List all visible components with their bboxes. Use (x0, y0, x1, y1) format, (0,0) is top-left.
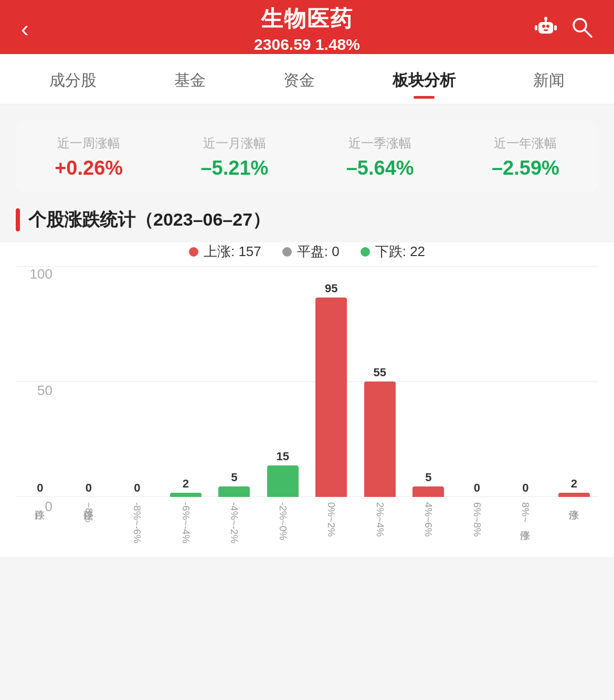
bar-value-1: 0 (86, 481, 92, 495)
x-label-11: 涨停 (550, 499, 599, 546)
tab-capital[interactable]: 资金 (278, 54, 320, 104)
legend-down-label: 下跌: 22 (375, 242, 425, 261)
header-title: 生物医药 (254, 4, 360, 34)
chart-section: 上涨: 157 平盘: 0 下跌: 22 100 50 0 (0, 242, 614, 557)
tab-news[interactable]: 新闻 (528, 54, 570, 104)
robot-icon[interactable] (534, 15, 557, 43)
svg-rect-3 (544, 29, 548, 31)
bar-value-2: 0 (134, 481, 140, 495)
stat-year: 近一年涨幅 –2.59% (492, 135, 559, 179)
stats-card: 近一周涨幅 +0.26% 近一月涨幅 –5.21% 近一季涨幅 –5.64% 近… (16, 120, 598, 192)
bar-col-0: 0 (16, 266, 65, 497)
bar-rect-4[interactable] (218, 486, 250, 497)
section-title-bar (16, 208, 20, 231)
legend-dot-down (361, 247, 370, 257)
chart-wrap: 100 50 0 000251595555002 跌停跌停~8%-8%~-6%-… (16, 266, 598, 546)
stat-year-value: –2.59% (492, 157, 559, 179)
legend-up-label: 上涨: 157 (204, 242, 261, 261)
header-icons (534, 15, 593, 43)
bar-col-2: 0 (113, 266, 162, 497)
bar-value-8: 5 (425, 471, 431, 484)
legend-dot-flat (282, 247, 292, 257)
tab-fund[interactable]: 基金 (169, 54, 211, 104)
bar-col-4: 5 (210, 266, 259, 497)
bar-rect-3[interactable] (170, 493, 202, 497)
stat-month: 近一月涨幅 –5.21% (200, 135, 268, 179)
bar-value-10: 0 (522, 481, 528, 495)
svg-rect-0 (538, 22, 553, 34)
x-label-6: 0%~2% (307, 499, 356, 546)
x-label-1: 跌停~8% (65, 499, 113, 546)
bar-col-11: 2 (550, 266, 599, 497)
tabs: 成分股 基金 资金 板块分析 新闻 (0, 54, 614, 104)
bar-rect-8[interactable] (412, 486, 444, 497)
search-icon[interactable] (570, 15, 593, 42)
header-center: 生物医药 2306.59 1.48% (254, 4, 360, 54)
bar-value-3: 2 (183, 477, 189, 491)
svg-point-5 (544, 17, 547, 20)
legend-flat-label: 平盘: 0 (297, 242, 340, 261)
tab-sector-analysis[interactable]: 板块分析 (387, 54, 461, 104)
bar-col-3: 2 (162, 266, 210, 497)
bar-value-4: 5 (231, 471, 237, 484)
x-label-5: -2%~0% (259, 499, 308, 546)
svg-rect-2 (546, 25, 549, 28)
section-title-text: 个股涨跌统计（2023–06–27） (28, 208, 270, 232)
svg-line-9 (585, 30, 591, 37)
back-button[interactable]: ‹ (21, 17, 29, 40)
bar-col-8: 5 (404, 266, 453, 497)
bar-col-7: 55 (356, 266, 405, 497)
bar-rect-7[interactable] (364, 381, 396, 497)
bar-col-6: 95 (307, 266, 356, 497)
x-label-3: -6%~-4% (162, 499, 210, 546)
bar-col-1: 0 (65, 266, 113, 497)
bar-rect-6[interactable] (315, 298, 347, 497)
bar-value-11: 2 (571, 477, 577, 491)
legend-dot-up (189, 247, 198, 257)
stat-quarter-value: –5.64% (346, 157, 414, 179)
stat-week-label: 近一周涨幅 (55, 135, 123, 152)
stat-quarter: 近一季涨幅 –5.64% (346, 135, 414, 179)
x-label-2: -8%~-6% (113, 499, 162, 546)
chart-legend: 上涨: 157 平盘: 0 下跌: 22 (16, 242, 598, 261)
bar-col-10: 0 (501, 266, 550, 497)
bar-value-0: 0 (37, 481, 43, 495)
svg-rect-7 (554, 25, 557, 30)
bar-value-9: 0 (474, 481, 480, 495)
bar-value-7: 55 (374, 366, 386, 379)
stat-month-value: –5.21% (200, 157, 268, 179)
stat-month-label: 近一月涨幅 (200, 135, 268, 152)
bar-rect-11[interactable] (558, 493, 590, 497)
svg-rect-6 (535, 25, 537, 30)
x-label-0: 跌停 (16, 499, 65, 546)
x-label-7: 2%~4% (356, 499, 405, 546)
x-label-9: 6%~8% (453, 499, 502, 546)
svg-rect-1 (542, 25, 545, 28)
legend-down: 下跌: 22 (361, 242, 425, 261)
bar-rect-5[interactable] (267, 465, 299, 497)
header-subtitle: 2306.59 1.48% (254, 36, 360, 54)
header: ‹ 生物医药 2306.59 1.48% (0, 0, 614, 54)
tab-components[interactable]: 成分股 (44, 54, 102, 104)
x-label-8: 4%~6% (404, 499, 453, 546)
bar-col-9: 0 (453, 266, 502, 497)
x-label-4: -4%~-2% (210, 499, 259, 546)
legend-flat: 平盘: 0 (282, 242, 340, 261)
bar-col-5: 15 (259, 266, 308, 497)
x-label-10: 8%~涨停 (501, 499, 550, 546)
bar-value-6: 95 (325, 282, 337, 295)
stat-quarter-label: 近一季涨幅 (346, 135, 414, 152)
legend-up: 上涨: 157 (189, 242, 261, 261)
stat-week-value: +0.26% (55, 157, 123, 179)
stat-week: 近一周涨幅 +0.26% (55, 135, 123, 179)
bar-value-5: 15 (277, 450, 289, 463)
section-title-area: 个股涨跌统计（2023–06–27） (16, 208, 598, 232)
stat-year-label: 近一年涨幅 (492, 135, 559, 152)
